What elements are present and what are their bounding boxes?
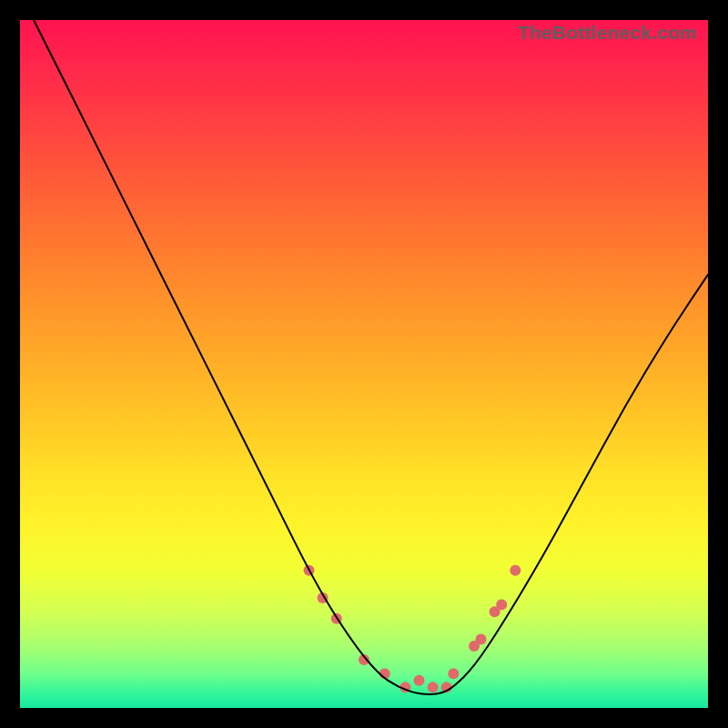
attribution-label: TheBottleneck.com <box>518 22 697 44</box>
chart-svg <box>20 20 708 708</box>
marker-dot <box>414 675 425 686</box>
marker-group <box>304 565 521 693</box>
marker-dot <box>476 633 487 644</box>
plot-area: TheBottleneck.com <box>20 20 708 708</box>
chart-stage: TheBottleneck.com <box>0 0 728 728</box>
curve-path <box>34 20 708 694</box>
marker-dot <box>510 565 521 576</box>
marker-dot <box>428 682 439 693</box>
marker-dot <box>496 600 507 611</box>
marker-dot <box>448 668 459 679</box>
